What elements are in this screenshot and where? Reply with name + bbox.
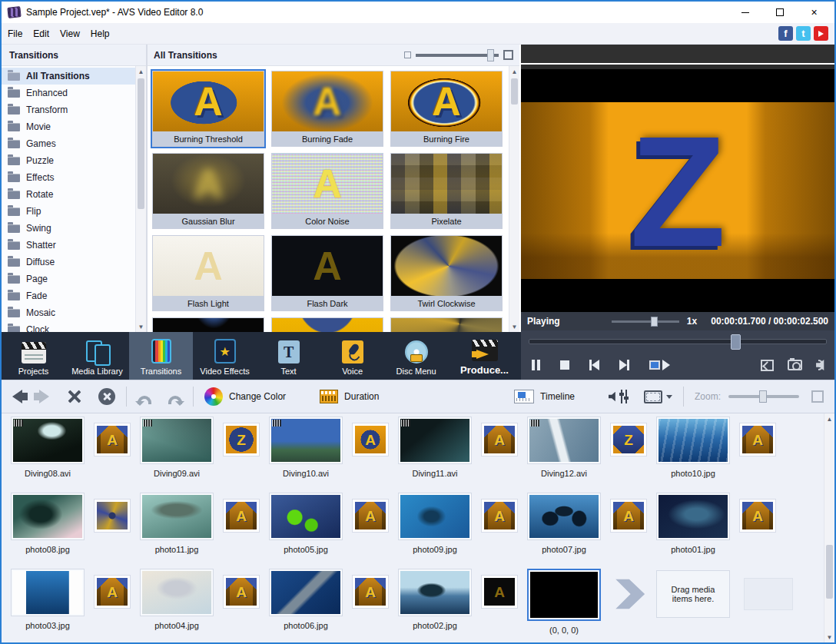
tab-media-library[interactable]: Media Library: [65, 332, 129, 380]
sidebar-item-games[interactable]: Games: [2, 135, 135, 152]
undo-button[interactable]: [138, 396, 151, 404]
timeline-button[interactable]: Timeline: [540, 391, 575, 402]
snapshot-camera-icon[interactable]: [788, 360, 802, 370]
media-item-photo05[interactable]: photo05.jpg: [269, 493, 343, 554]
sidebar-item-fade[interactable]: Fade: [2, 287, 135, 304]
sidebar-item-movie[interactable]: Movie: [2, 118, 135, 135]
storyboard-transition-chip[interactable]: A: [223, 499, 260, 533]
twitter-icon[interactable]: t: [796, 26, 811, 41]
media-item-diving08[interactable]: Diving08.avi: [11, 417, 85, 478]
sidebar-item-shatter[interactable]: Shatter: [2, 237, 135, 254]
zoom-slider[interactable]: [728, 395, 799, 398]
sidebar-item-effects[interactable]: Effects: [2, 169, 135, 186]
facebook-icon[interactable]: f: [778, 26, 793, 41]
thumbnail-size-large-icon[interactable]: [503, 50, 513, 60]
scrollbar-thumb[interactable]: [138, 78, 144, 209]
delete-button[interactable]: [66, 389, 81, 404]
sidebar-item-clock[interactable]: Clock: [2, 321, 135, 332]
youtube-icon[interactable]: [814, 26, 828, 41]
storyboard-transition-chip[interactable]: A: [352, 575, 389, 609]
media-item-diving10[interactable]: Diving10.avi: [269, 417, 343, 478]
storyboard-transition-chip[interactable]: A: [481, 423, 518, 456]
sidebar-item-puzzle[interactable]: Puzzle: [2, 152, 135, 169]
storyboard-transition-chip[interactable]: Z: [610, 423, 647, 456]
storyboard-transition-chip[interactable]: [94, 499, 131, 533]
tab-projects[interactable]: Projects: [2, 332, 65, 380]
sidebar-item-diffuse[interactable]: Diffuse: [2, 254, 135, 271]
empty-slot-placeholder[interactable]: [744, 578, 793, 610]
navigate-forward-button[interactable]: [39, 390, 49, 403]
drag-media-hint[interactable]: Drag media items here.: [656, 570, 730, 618]
media-item-photo10[interactable]: photo10.jpg: [656, 417, 730, 478]
storyboard-transition-chip[interactable]: A: [223, 575, 260, 609]
tab-disc-menu[interactable]: Disc Menu: [384, 332, 448, 380]
play-fragment-button[interactable]: [649, 357, 670, 373]
scrollbar-thumb[interactable]: [826, 545, 833, 599]
media-item-diving09[interactable]: Diving09.avi: [140, 417, 214, 478]
transition-item-flash-dark[interactable]: A Flash Dark: [271, 235, 383, 311]
fullscreen-icon[interactable]: [761, 360, 774, 371]
transition-item-partial[interactable]: [390, 317, 503, 332]
thumbnail-size-slider[interactable]: [416, 54, 499, 57]
storyboard-transition-chip[interactable]: A: [610, 499, 647, 533]
storyboard-transition-chip[interactable]: A: [94, 575, 131, 609]
scroll-up-icon[interactable]: ▲: [824, 413, 835, 424]
storyboard-scrollbar[interactable]: ▲ ▼: [824, 413, 834, 642]
tab-transitions[interactable]: Transitions: [129, 332, 193, 380]
media-item-photo06[interactable]: photo06.jpg: [269, 569, 343, 630]
duration-icon[interactable]: [320, 390, 338, 403]
video-preview[interactable]: Z: [521, 65, 834, 312]
tab-text[interactable]: T Text: [257, 332, 320, 380]
media-item-photo03[interactable]: photo03.jpg: [11, 569, 85, 630]
media-item-photo08[interactable]: photo08.jpg: [11, 493, 85, 554]
stop-button[interactable]: [560, 357, 569, 373]
storyboard-transition-chip[interactable]: A: [481, 499, 518, 533]
transition-item-burning-fade[interactable]: A Burning Fade: [271, 71, 383, 147]
navigate-back-button[interactable]: [12, 390, 22, 403]
sidebar-item-all-transitions[interactable]: All Transitions: [2, 68, 135, 85]
media-item-photo11[interactable]: photo11.jpg: [140, 493, 214, 554]
media-item-diving11[interactable]: Diving11.avi: [398, 417, 472, 478]
storyboard-transition-chip[interactable]: A: [94, 423, 131, 456]
transition-item-flash-light[interactable]: A Flash Light: [152, 235, 264, 311]
speed-slider[interactable]: [612, 320, 679, 323]
storyboard-transition-chip[interactable]: A: [481, 575, 518, 609]
change-color-button[interactable]: Change Color: [229, 391, 286, 402]
sidebar-item-page[interactable]: Page: [2, 271, 135, 287]
clear-all-button[interactable]: [98, 388, 115, 405]
media-item-photo09[interactable]: photo09.jpg: [398, 493, 472, 554]
media-item-photo02[interactable]: photo02.jpg: [398, 569, 472, 630]
tab-voice[interactable]: Voice: [320, 332, 384, 380]
menu-view[interactable]: View: [60, 28, 80, 39]
scroll-down-icon[interactable]: ▼: [136, 321, 147, 332]
transition-item-pixelate[interactable]: Pixelate: [390, 153, 503, 229]
transition-item-color-noise[interactable]: A Color Noise: [271, 153, 383, 229]
storyboard-transition-chip[interactable]: A: [352, 499, 389, 533]
sidebar-item-transform[interactable]: Transform: [2, 101, 135, 118]
sidebar-item-mosaic[interactable]: Mosaic: [2, 304, 135, 321]
seek-bar[interactable]: [529, 339, 827, 344]
close-button[interactable]: ×: [797, 2, 831, 22]
menu-edit[interactable]: Edit: [33, 28, 49, 39]
maximize-button[interactable]: [762, 2, 797, 22]
display-mode-button[interactable]: [644, 390, 672, 403]
transition-item-twirl-clockwise[interactable]: Twirl Clockwise: [390, 235, 503, 311]
menu-file[interactable]: File: [8, 28, 22, 39]
scroll-down-icon[interactable]: ▼: [509, 321, 520, 332]
storyboard-transition-chip[interactable]: Z: [223, 423, 260, 456]
tab-video-effects[interactable]: ★ Video Effects: [193, 332, 257, 380]
menu-help[interactable]: Help: [91, 28, 110, 39]
slider-thumb[interactable]: [759, 390, 767, 403]
slider-thumb[interactable]: [487, 49, 494, 61]
scroll-up-icon[interactable]: ▲: [509, 66, 520, 77]
sidebar-item-swing[interactable]: Swing: [2, 220, 135, 237]
grid-scrollbar[interactable]: ▲ ▼: [509, 66, 519, 332]
sidebar-item-flip[interactable]: Flip: [2, 203, 135, 220]
storyboard-transition-chip[interactable]: A: [352, 423, 389, 456]
media-item-photo01[interactable]: photo01.jpg: [656, 493, 730, 554]
transition-item-gaussian-blur[interactable]: A Gaussian Blur: [152, 153, 264, 229]
volume-button[interactable]: ▲: [816, 360, 824, 371]
scrollbar-thumb[interactable]: [511, 78, 518, 105]
sidebar-scrollbar[interactable]: ▲ ▼: [135, 66, 146, 332]
slider-thumb[interactable]: [651, 317, 658, 327]
